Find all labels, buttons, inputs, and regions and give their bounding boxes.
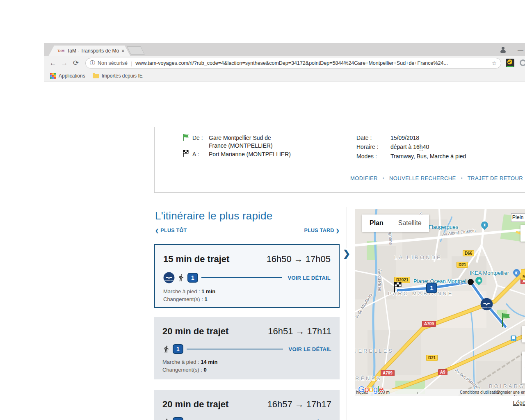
transfer-stop-marker — [468, 279, 474, 285]
walk-label: Marche à pied : — [163, 288, 200, 294]
exit-badge: 29Montpellier — [521, 269, 525, 280]
tab-close-icon[interactable]: × — [121, 48, 125, 54]
window-minimize-icon[interactable]: — — [518, 46, 523, 53]
results-title: L'itinéraire le plus rapide — [155, 210, 272, 222]
map-roads-layer — [355, 209, 525, 396]
walk-icon — [162, 345, 170, 354]
report-error-link[interactable]: Signaler une erreur cartographique — [497, 390, 525, 396]
date-value: 15/09/2018 — [390, 135, 419, 141]
route-arrival-flag-icon — [393, 281, 403, 293]
itinerary-times: 16h50→17h05 — [267, 254, 331, 265]
arrival-flag-icon — [183, 150, 189, 157]
bookmark-applications[interactable]: Applications — [59, 73, 85, 79]
road-badge: A9 — [438, 369, 447, 375]
pegman-button[interactable] — [522, 326, 525, 342]
modes-value: Tramway, Bus, Marche à pied — [390, 153, 466, 160]
modify-link[interactable]: MODIFIER — [350, 175, 378, 181]
route-line-1-badge: 1 — [426, 283, 437, 293]
tam-favicon: TaM — [57, 49, 64, 53]
bullet-separator: • — [461, 176, 463, 181]
zoom-out-button[interactable]: − — [522, 368, 525, 384]
departure-flag-icon — [183, 134, 189, 141]
svg-text:Navette Gare: Navette Gare — [481, 306, 492, 308]
bookmarks-bar: Applications Importés depuis IE — [44, 70, 525, 82]
arrow-right-icon: → — [293, 326, 307, 336]
map-canvas[interactable]: LA LIRONDE PARC MARIANNE UERELLES RÈNES … — [355, 209, 525, 396]
bookmark-imported-ie[interactable]: Importés depuis IE — [102, 73, 143, 79]
itinerary-duration: 15 min de trajet — [163, 254, 229, 265]
svg-text:Navette Gare: Navette Gare — [164, 279, 174, 281]
browser-tab[interactable]: TaM TaM - Transports de Mon × — [48, 46, 130, 56]
map-type-plan[interactable]: Plan — [362, 219, 391, 227]
walk-icon — [177, 273, 185, 282]
back-icon[interactable]: ← — [48, 58, 58, 68]
google-logo[interactable]: Google — [358, 384, 383, 394]
time-pager: ❮ PLUS TÔT PLUS TARD ❯ — [155, 228, 340, 233]
poi-label[interactable]: IKEA Montpellier — [470, 270, 509, 276]
road-badge: D66 — [463, 250, 474, 256]
url-text[interactable]: www.tam-voyages.com/ri/?rub_code=4&lacti… — [135, 60, 488, 66]
from-value-line1: Gare Montpellier Sud de — [209, 135, 271, 141]
changes-value: 1 — [204, 296, 207, 302]
detail-link[interactable]: VOIR LE DÉTAIL — [288, 275, 331, 281]
walk-label: Marche à pied : — [162, 359, 199, 365]
detail-link[interactable]: VOIR LE DÉTAIL — [289, 346, 331, 352]
norton-extension-icon[interactable] — [506, 59, 514, 67]
line-1-badge: 1 — [173, 344, 183, 354]
poi-label[interactable]: Planet Ocean Montpelli — [413, 278, 468, 284]
time-label: Horaire : — [356, 144, 379, 150]
itinerary-duration: 20 min de trajet — [162, 326, 228, 337]
forward-icon: → — [59, 58, 69, 68]
time-value: départ à 16h40 — [390, 144, 429, 150]
scale-bar — [387, 392, 418, 394]
navette-gare-icon: Navette Gare — [163, 272, 175, 283]
column-divider — [347, 207, 347, 420]
road-badge: D21 — [426, 355, 438, 361]
navette-gare-marker-icon: Navette Gare — [480, 298, 493, 310]
road-badge: D21 — [457, 262, 468, 268]
extension-icon[interactable] — [520, 59, 525, 66]
chevron-right-icon: ❯ — [336, 228, 340, 233]
itinerary-card-3[interactable]: 20 min de trajet 16h57→17h17 1 VOIR LE D… — [154, 390, 340, 420]
security-label: Non sécurisé — [98, 60, 128, 66]
street-label: Av du Pirée — [377, 269, 382, 291]
omnibox-separator: | — [131, 60, 132, 66]
itinerary-card-2[interactable]: 20 min de trajet 16h51→17h11 1 VOIR LE D… — [154, 317, 340, 379]
chevron-left-icon: ❮ — [155, 228, 159, 233]
summary-actions: MODIFIER • NOUVELLE RECHERCHE • TRAJET D… — [350, 175, 523, 181]
zoom-in-button[interactable]: + — [522, 352, 525, 368]
area-label: BOIRARGUES — [489, 383, 525, 389]
area-label: RÈNES — [355, 375, 382, 381]
walk-value: 1 min — [201, 288, 215, 294]
fullscreen-button[interactable]: Plein écran — [511, 213, 525, 222]
route-departure-flag-icon — [501, 313, 511, 327]
area-label: LA LIRONDE — [394, 254, 442, 260]
train-station-icon[interactable] — [511, 336, 516, 341]
map-type-satellite[interactable]: Satellite — [391, 219, 429, 227]
itinerary-duration: 20 min de trajet — [162, 399, 228, 410]
screen: TaM TaM - Transports de Mon × — ← → ⟳ ⓘ … — [0, 0, 525, 420]
itinerary-card-1[interactable]: 15 min de trajet 16h50→17h05 Navette Gar… — [154, 244, 340, 308]
walk-value: 14 min — [201, 359, 217, 365]
page-content: De : Gare Montpellier Sud de France (MON… — [89, 125, 525, 420]
new-search-link[interactable]: NOUVELLE RECHERCHE — [389, 175, 456, 181]
profile-icon[interactable] — [500, 46, 507, 53]
return-trip-link[interactable]: TRAJET DE RETOUR — [468, 175, 523, 181]
folder-icon — [93, 74, 99, 78]
fullscreen-icon-button[interactable] — [520, 225, 525, 242]
road-badge: A709 — [422, 321, 436, 327]
reload-icon[interactable]: ⟳ — [71, 58, 81, 68]
new-tab-button[interactable] — [127, 46, 145, 55]
changes-label: Changement(s) : — [163, 296, 203, 302]
apps-grid-icon[interactable] — [50, 73, 56, 79]
later-link[interactable]: PLUS TARD ❯ — [304, 228, 340, 233]
legend-link[interactable]: Légende — [513, 399, 525, 406]
bullet-separator: • — [383, 176, 384, 181]
earlier-link[interactable]: ❮ PLUS TÔT — [155, 228, 187, 233]
address-bar[interactable]: ⓘ Non sécurisé | www.tam-voyages.com/ri/… — [85, 58, 501, 68]
itinerary-times: 16h57→17h17 — [267, 399, 331, 410]
tab-strip: TaM TaM - Transports de Mon × — — [44, 43, 525, 56]
info-icon[interactable]: ⓘ — [90, 59, 95, 67]
bookmark-star-icon[interactable]: ☆ — [491, 60, 497, 66]
terms-link[interactable]: Conditions d'utilisation — [460, 390, 500, 395]
